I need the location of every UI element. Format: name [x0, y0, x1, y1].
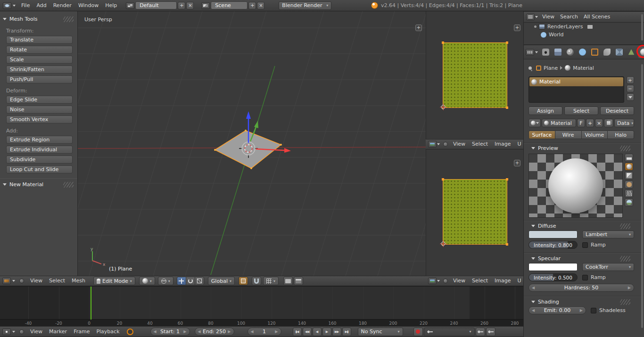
screen-layout-icon[interactable] [126, 2, 134, 9]
material-tab-button[interactable] [638, 47, 644, 58]
manipulator-scale-button[interactable] [195, 277, 204, 285]
uv-menu-image[interactable]: Image [491, 276, 514, 286]
shadeless-checkbox[interactable] [591, 308, 596, 313]
insert-keyframe-button[interactable] [476, 328, 485, 336]
constraints-tab-button[interactable] [602, 47, 612, 58]
outliner-item-world[interactable]: World [524, 31, 644, 39]
panel-grip-icon[interactable] [620, 223, 630, 229]
decrement-icon[interactable]: ◀ [154, 329, 157, 334]
snap-magnet-button[interactable] [252, 277, 261, 285]
panel-grip-icon[interactable] [620, 299, 630, 305]
new-material-button[interactable]: + [586, 119, 594, 127]
panel-collapse-icon[interactable] [531, 225, 535, 227]
diffuse-intensity-slider[interactable]: Intensity: 0.800 [528, 241, 578, 249]
material-slot-deselect-button[interactable]: Deselect [600, 107, 634, 115]
viewport-menu-select[interactable]: Select [46, 276, 68, 286]
material-slot-select-button[interactable]: Select [564, 107, 598, 115]
outliner-menu-all-scenes[interactable]: All Scenes [581, 12, 613, 22]
material-type-surface-tab[interactable]: Surface [528, 131, 555, 139]
timeline[interactable]: -40-200204060801001201401601802002202402… [0, 286, 523, 326]
preview-range-toggle-icon[interactable] [127, 329, 133, 335]
delete-scene-button[interactable]: × [257, 2, 264, 9]
decrement-icon[interactable]: ◀ [532, 286, 535, 290]
editor-type-dropdown-arrow-icon[interactable] [437, 143, 440, 145]
tool-button-extrude-region[interactable]: Extrude Region [6, 136, 73, 144]
uv-image-plane[interactable] [443, 179, 507, 245]
manipulator-translate-button[interactable] [177, 277, 186, 285]
editor-type-dropdown-arrow-icon[interactable] [12, 331, 15, 333]
material-type-wire-tab[interactable]: Wire [555, 131, 582, 139]
menu-help[interactable]: Help [102, 0, 120, 11]
tool-button-extrude-individual[interactable]: Extrude Individual [6, 146, 73, 154]
uv-menu-select[interactable]: Select [469, 276, 491, 286]
viewport-menu-view[interactable]: View [27, 276, 46, 286]
tool-button-push-pull[interactable]: Push/Pull [6, 75, 73, 83]
keying-set-dropdown[interactable]: ▾ [424, 328, 475, 336]
panel-collapse-icon[interactable] [531, 257, 535, 260]
decrement-icon[interactable]: ◀ [532, 308, 535, 312]
specular-intensity-slider[interactable]: Intensity: 0.500 [528, 273, 578, 281]
viewport-menu-mesh[interactable]: Mesh [68, 276, 89, 286]
preview-cube-button[interactable] [625, 172, 633, 180]
editor-type-dropdown-arrow-icon[interactable] [12, 280, 15, 282]
add-material-slot-button[interactable]: + [627, 76, 634, 84]
end-frame-field[interactable]: ◀ End: 250 ▶ [195, 328, 234, 336]
tool-button-subdivide[interactable]: Subdivide [6, 156, 73, 164]
preview-flat-button[interactable] [625, 154, 633, 162]
uv-vertex-dot[interactable] [506, 178, 508, 181]
3d-viewport[interactable]: User Persp (1) Plane y x + [78, 11, 426, 276]
tool-button-shrink-fatten[interactable]: Shrink/Fatten [6, 66, 73, 74]
mode-dropdown[interactable]: Edit Mode ▾ [93, 277, 135, 285]
pivot-point-dropdown[interactable]: ▾ [158, 277, 173, 285]
uvs-menu-clipped[interactable]: U [514, 276, 521, 286]
panel-collapse-icon[interactable] [3, 18, 7, 20]
delete-keyframe-button[interactable] [486, 328, 495, 336]
modifiers-tab-button[interactable] [614, 47, 624, 58]
browse-material-button[interactable] [528, 119, 541, 127]
opengl-render-animation-button[interactable] [294, 277, 303, 285]
material-slot-assign-button[interactable]: Assign [528, 107, 562, 115]
new-material-panel-header[interactable]: New Material [0, 180, 77, 189]
menu-render[interactable]: Render [50, 0, 75, 11]
panel-grip-icon[interactable] [620, 256, 630, 262]
panel-grip-icon[interactable] [63, 182, 74, 188]
material-type-volume-tab[interactable]: Volume [581, 131, 608, 139]
editor-type-3d-view-icon[interactable] [2, 278, 11, 284]
specular-shader-dropdown[interactable]: CookTorr ▾ [582, 263, 634, 271]
diffuse-color-swatch[interactable] [528, 230, 578, 238]
uv-image-editor-top[interactable]: + [426, 11, 523, 139]
material-type-halo-tab[interactable]: Halo [607, 131, 634, 139]
increment-icon[interactable]: ▶ [628, 286, 631, 290]
outliner-item-renderlayers[interactable]: RenderLayers [524, 23, 644, 31]
next-keyframe-button[interactable]: ▶▶ [332, 328, 341, 336]
start-frame-field[interactable]: ◀ Start: 1 ▶ [150, 328, 190, 336]
timeline-menu-view[interactable]: View [27, 327, 46, 337]
uv-vertex-dot[interactable] [506, 243, 508, 246]
uv-menu-view[interactable]: View [450, 139, 469, 149]
uv-vertex-dot[interactable] [442, 178, 444, 181]
render-tab-button[interactable] [540, 47, 551, 58]
specular-ramp-checkbox[interactable] [582, 275, 588, 280]
tool-button-translate[interactable]: Translate [6, 36, 73, 44]
play-button[interactable]: ▶ [322, 328, 331, 336]
editor-type-dropdown-arrow-icon[interactable] [13, 5, 16, 7]
new-layout-button[interactable]: + [178, 2, 185, 9]
editor-type-dropdown-arrow-icon[interactable] [535, 51, 538, 53]
jump-to-end-button[interactable]: ▶▮ [342, 328, 351, 336]
panel-collapse-icon[interactable] [3, 183, 7, 186]
remove-material-slot-button[interactable]: − [627, 85, 634, 92]
render-toggle-icon[interactable] [587, 25, 593, 29]
editor-type-timeline-icon[interactable] [2, 329, 11, 335]
specular-panel-header[interactable]: Specular [528, 254, 634, 263]
link-data-dropdown[interactable]: Data ▾ [614, 119, 634, 127]
specular-hardness-field[interactable]: ◀ Hardness: 50 ▶ [528, 284, 634, 292]
uv-vertex-dot[interactable] [442, 41, 444, 44]
scene-selector[interactable]: Scene [211, 1, 248, 9]
material-slot-active[interactable]: Material [529, 77, 623, 86]
preview-monkey-button[interactable] [625, 181, 633, 189]
object-tab-button[interactable] [589, 47, 600, 58]
limit-selection-to-visible-button[interactable] [239, 277, 248, 285]
expand-region-button[interactable]: + [514, 160, 520, 166]
jump-to-start-button[interactable]: ▮◀ [293, 328, 302, 336]
uv-menu-image[interactable]: Image [491, 139, 514, 149]
